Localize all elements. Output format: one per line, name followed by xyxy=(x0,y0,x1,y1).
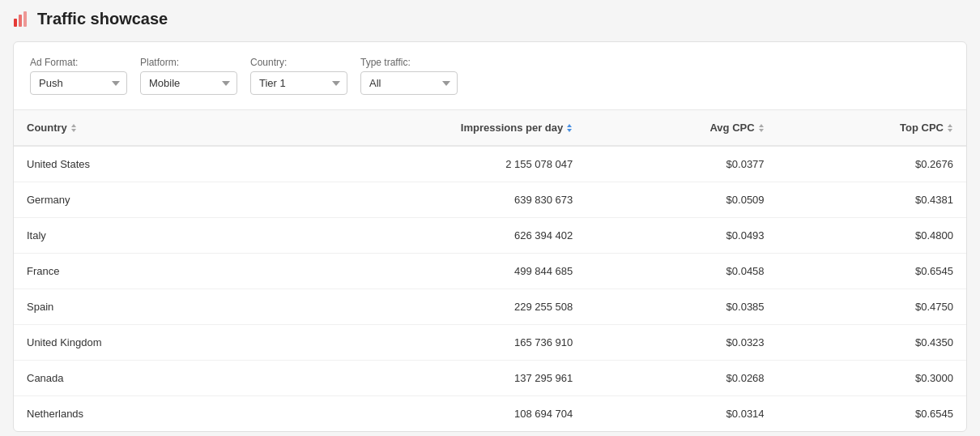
cell-impressions-3: 499 844 685 xyxy=(257,254,586,289)
sort-icon-top-cpc xyxy=(947,124,953,132)
type-traffic-select[interactable]: All RON Premium xyxy=(360,71,458,95)
sort-icon-avg-cpc xyxy=(758,124,765,132)
cell-top-cpc-1: $0.4381 xyxy=(778,182,966,218)
cell-country-0: United States xyxy=(14,146,257,182)
filters-row: Ad Format: Push Banner Interstitial Nati… xyxy=(14,42,966,110)
ad-format-label: Ad Format: xyxy=(30,57,127,68)
cell-top-cpc-7: $0.6545 xyxy=(778,396,966,432)
table-container: Country Impressions per day xyxy=(14,110,966,431)
cell-avg-cpc-1: $0.0509 xyxy=(586,182,777,218)
sort-icon-impressions xyxy=(566,124,573,132)
cell-impressions-5: 165 736 910 xyxy=(257,325,586,361)
cell-impressions-1: 639 830 673 xyxy=(257,182,586,218)
cell-country-1: Germany xyxy=(14,182,257,218)
th-top-cpc[interactable]: Top CPC xyxy=(778,110,966,146)
cell-avg-cpc-4: $0.0385 xyxy=(586,289,777,325)
platform-filter: Platform: Mobile Desktop All xyxy=(140,57,237,95)
cell-avg-cpc-7: $0.0314 xyxy=(586,396,777,432)
table-row: Netherlands 108 694 704 $0.0314 $0.6545 xyxy=(14,396,966,432)
country-filter: Country: Tier 1 Tier 2 Tier 3 All xyxy=(250,57,347,95)
platform-label: Platform: xyxy=(140,57,237,68)
table-row: Canada 137 295 961 $0.0268 $0.3000 xyxy=(14,361,966,396)
cell-top-cpc-6: $0.3000 xyxy=(778,361,966,396)
country-label: Country: xyxy=(250,57,347,68)
svg-rect-1 xyxy=(19,15,22,27)
cell-impressions-4: 229 255 508 xyxy=(257,289,586,325)
cell-top-cpc-4: $0.4750 xyxy=(778,289,966,325)
cell-country-7: Netherlands xyxy=(14,396,257,432)
table-row: Spain 229 255 508 $0.0385 $0.4750 xyxy=(14,289,966,325)
cell-top-cpc-0: $0.2676 xyxy=(778,146,966,182)
country-select[interactable]: Tier 1 Tier 2 Tier 3 All xyxy=(250,71,347,95)
type-traffic-label: Type traffic: xyxy=(360,57,458,68)
th-impressions[interactable]: Impressions per day xyxy=(257,110,586,146)
cell-top-cpc-5: $0.4350 xyxy=(778,325,966,361)
type-traffic-filter: Type traffic: All RON Premium xyxy=(360,57,458,95)
cell-avg-cpc-6: $0.0268 xyxy=(586,361,777,396)
cell-country-4: Spain xyxy=(14,289,257,325)
data-table: Country Impressions per day xyxy=(14,110,966,431)
cell-avg-cpc-3: $0.0458 xyxy=(586,254,777,289)
platform-select[interactable]: Mobile Desktop All xyxy=(140,71,237,95)
table-row: United Kingdom 165 736 910 $0.0323 $0.43… xyxy=(14,325,966,361)
table-header-row: Country Impressions per day xyxy=(14,110,966,146)
cell-country-5: United Kingdom xyxy=(14,325,257,361)
cell-impressions-0: 2 155 078 047 xyxy=(257,146,586,182)
main-card: Ad Format: Push Banner Interstitial Nati… xyxy=(13,41,967,432)
svg-rect-0 xyxy=(14,19,17,27)
cell-avg-cpc-0: $0.0377 xyxy=(586,146,777,182)
th-avg-cpc[interactable]: Avg CPC xyxy=(586,110,777,146)
ad-format-select[interactable]: Push Banner Interstitial Native xyxy=(30,71,127,95)
cell-country-3: France xyxy=(14,254,257,289)
svg-rect-2 xyxy=(23,11,27,27)
cell-impressions-2: 626 394 402 xyxy=(257,218,586,254)
sort-icon-country xyxy=(70,124,77,132)
cell-avg-cpc-5: $0.0323 xyxy=(586,325,777,361)
cell-top-cpc-2: $0.4800 xyxy=(778,218,966,254)
ad-format-filter: Ad Format: Push Banner Interstitial Nati… xyxy=(30,57,127,95)
cell-country-6: Canada xyxy=(14,361,257,396)
cell-avg-cpc-2: $0.0493 xyxy=(586,218,777,254)
cell-top-cpc-3: $0.6545 xyxy=(778,254,966,289)
table-row: Germany 639 830 673 $0.0509 $0.4381 xyxy=(14,182,966,218)
chart-icon xyxy=(13,11,31,28)
table-row: United States 2 155 078 047 $0.0377 $0.2… xyxy=(14,146,966,182)
cell-impressions-6: 137 295 961 xyxy=(257,361,586,396)
cell-impressions-7: 108 694 704 xyxy=(257,396,586,432)
table-row: France 499 844 685 $0.0458 $0.6545 xyxy=(14,254,966,289)
page-title: Traffic showcase xyxy=(37,10,168,28)
table-row: Italy 626 394 402 $0.0493 $0.4800 xyxy=(14,218,966,254)
cell-country-2: Italy xyxy=(14,218,257,254)
th-country[interactable]: Country xyxy=(14,110,257,146)
